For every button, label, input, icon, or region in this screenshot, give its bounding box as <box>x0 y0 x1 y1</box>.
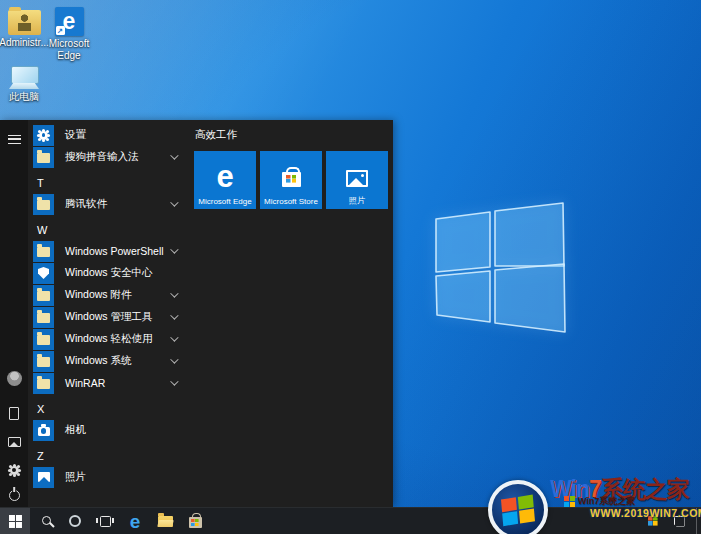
taskbar-edge-button[interactable] <box>120 508 150 534</box>
start-menu: 设置 搜狗拼音输入法 T 腾讯软件 W Windows PowerShell W… <box>0 120 393 507</box>
chevron-down-icon[interactable] <box>170 311 178 319</box>
start-app-item[interactable]: Windows 安全中心 <box>28 262 186 284</box>
tile-label: Microsoft Store <box>260 197 322 206</box>
taskbar-search-button[interactable] <box>30 508 60 534</box>
start-section-letter: W <box>37 225 47 240</box>
chevron-down-icon[interactable] <box>170 245 178 253</box>
show-desktop-button[interactable] <box>696 508 698 534</box>
start-app-label: Windows 轻松使用 <box>65 332 153 346</box>
start-app-item[interactable]: 设置 <box>28 124 186 146</box>
folder-icon <box>37 153 50 163</box>
tile-label: Microsoft Edge <box>194 197 256 206</box>
start-app-item[interactable]: 相机 <box>28 419 186 441</box>
start-pictures-button[interactable] <box>0 429 28 455</box>
taskbar-store-button[interactable] <box>180 508 210 534</box>
start-expand-button[interactable] <box>0 126 28 152</box>
desktop-icon-administrator[interactable]: Administr... <box>1 10 47 49</box>
start-app-item[interactable]: 腾讯软件 <box>28 193 186 215</box>
taskbar-start-button[interactable] <box>0 508 30 534</box>
edge-icon <box>130 512 141 531</box>
task-view-icon <box>100 516 111 527</box>
tile-grid: Microsoft Edge Microsoft Store 照片 <box>194 151 393 209</box>
start-documents-button[interactable] <box>0 400 28 426</box>
chevron-down-icon[interactable] <box>170 289 178 297</box>
start-app-item[interactable]: Windows PowerShell <box>28 240 186 262</box>
hamburger-icon <box>8 135 21 144</box>
start-app-item[interactable]: WinRAR <box>28 372 186 394</box>
action-center-icon <box>674 516 685 527</box>
folder-icon <box>37 379 50 389</box>
start-power-button[interactable] <box>0 482 28 508</box>
start-app-item[interactable]: 照片 <box>28 466 186 488</box>
desktop-icon-label: Administr... <box>0 37 49 49</box>
start-app-item[interactable]: Windows 系统 <box>28 350 186 372</box>
start-section-letter: T <box>37 178 44 193</box>
start-section-header[interactable]: Z <box>28 441 186 466</box>
start-app-label: Windows PowerShell <box>65 245 164 257</box>
folder-icon <box>37 291 50 301</box>
start-section-letter: Z <box>37 451 44 466</box>
folder-icon <box>37 357 50 367</box>
tile-store[interactable]: Microsoft Store <box>260 151 322 209</box>
taskbar-task-view-button[interactable] <box>90 508 120 534</box>
start-app-item[interactable]: Windows 轻松使用 <box>28 328 186 350</box>
start-section-header[interactable]: X <box>28 394 186 419</box>
folder-icon <box>37 247 50 257</box>
start-settings-button[interactable] <box>0 457 28 483</box>
tray-flag-button[interactable] <box>644 516 662 526</box>
watermark-title: Win7系统之家 <box>550 478 689 501</box>
start-app-label: 相机 <box>65 423 86 437</box>
gear-icon <box>10 466 19 475</box>
system-tray <box>644 508 701 534</box>
desktop-icon-label: Microsoft Edge <box>46 38 92 61</box>
desktop-icon-this-pc[interactable]: 此电脑 <box>1 66 47 103</box>
windows-flag-icon <box>564 496 575 507</box>
file-explorer-icon <box>158 516 173 527</box>
start-app-item[interactable]: 搜狗拼音输入法 <box>28 146 186 168</box>
photos-icon <box>38 472 50 482</box>
start-app-list: 设置 搜狗拼音输入法 T 腾讯软件 W Windows PowerShell W… <box>28 120 186 507</box>
document-icon <box>9 407 19 420</box>
start-app-label: Windows 管理工具 <box>65 310 153 324</box>
folder-icon <box>37 313 50 323</box>
desktop-icon-edge[interactable]: Microsoft Edge <box>46 7 92 61</box>
action-center-button[interactable] <box>669 516 689 527</box>
shield-icon <box>38 267 49 279</box>
desktop[interactable]: Administr... Microsoft Edge 此电脑 设置 搜狗拼音输… <box>0 0 701 534</box>
folder-icon <box>37 335 50 345</box>
chevron-down-icon[interactable] <box>170 198 178 206</box>
store-icon <box>189 517 202 528</box>
cortana-icon <box>69 515 81 527</box>
chevron-down-icon[interactable] <box>170 151 178 159</box>
taskbar-file-explorer-button[interactable] <box>150 508 180 534</box>
tile-group-title: 高效工作 <box>195 128 393 142</box>
chevron-down-icon[interactable] <box>170 333 178 341</box>
start-app-label: Windows 系统 <box>65 354 132 368</box>
this-pc-icon <box>9 66 39 89</box>
avatar-icon <box>7 371 22 386</box>
taskbar-cortana-button[interactable] <box>60 508 90 534</box>
tile-label: 照片 <box>326 195 388 206</box>
start-app-label: Windows 附件 <box>65 288 132 302</box>
start-section-header[interactable]: W <box>28 215 186 240</box>
tile-edge[interactable]: Microsoft Edge <box>194 151 256 209</box>
desktop-icon-label: 此电脑 <box>9 91 39 103</box>
taskbar <box>0 507 701 534</box>
camera-icon <box>38 427 50 436</box>
edge-icon <box>216 161 233 192</box>
chevron-down-icon[interactable] <box>170 355 178 363</box>
start-app-label: 设置 <box>65 128 86 142</box>
start-app-label: Windows 安全中心 <box>65 266 153 280</box>
start-app-label: WinRAR <box>65 377 105 389</box>
start-user-button[interactable] <box>0 365 28 391</box>
start-app-label: 搜狗拼音输入法 <box>65 150 139 164</box>
tile-photos[interactable]: 照片 <box>326 151 388 209</box>
start-app-item[interactable]: Windows 管理工具 <box>28 306 186 328</box>
windows-wallpaper-logo <box>430 198 570 338</box>
folder-icon <box>37 200 50 210</box>
start-app-item[interactable]: Windows 附件 <box>28 284 186 306</box>
chevron-down-icon[interactable] <box>170 377 178 385</box>
gear-icon <box>39 131 48 140</box>
start-section-header[interactable]: T <box>28 168 186 193</box>
power-icon <box>9 490 20 501</box>
